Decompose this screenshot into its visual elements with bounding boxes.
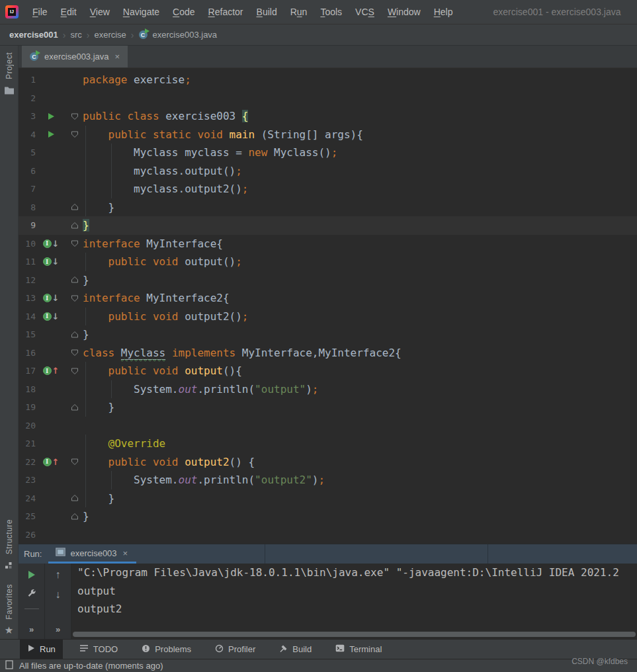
scroll-up-button[interactable]: ↑	[51, 569, 65, 581]
code-line-4[interactable]: 4 public static void main (String[] args…	[19, 126, 637, 144]
code-text[interactable]: public void output2();	[83, 308, 637, 326]
tool-window-project[interactable]: Project	[4, 52, 15, 97]
implemented-gutter-icon[interactable]: I↓	[36, 239, 66, 248]
fold-marker[interactable]	[66, 203, 83, 211]
code-text[interactable]: myclass.output();	[83, 162, 637, 181]
code-line-1[interactable]: 1package exercise;	[19, 71, 637, 89]
code-text[interactable]: public void output2() {	[83, 453, 637, 472]
settings-button[interactable]	[24, 589, 39, 601]
menu-build[interactable]: Build	[251, 4, 283, 20]
code-line-10[interactable]: 10I↓interface MyInterface{	[19, 235, 637, 253]
menu-help[interactable]: Help	[428, 4, 459, 20]
menu-file[interactable]: File	[26, 4, 54, 20]
code-text[interactable]: }	[83, 271, 637, 290]
code-line-24[interactable]: 24 }	[19, 489, 637, 508]
code-line-6[interactable]: 6 myclass.output();	[19, 162, 637, 181]
code-line-13[interactable]: 13I↓interface MyInterface2{	[19, 289, 637, 308]
menu-edit[interactable]: Edit	[55, 4, 83, 20]
code-text[interactable]: package exercise;	[83, 71, 637, 89]
fold-marker[interactable]	[66, 112, 83, 120]
menu-view[interactable]: View	[84, 4, 116, 20]
code-line-2[interactable]: 2	[19, 89, 637, 108]
rerun-button[interactable]	[24, 569, 39, 581]
fold-marker[interactable]	[66, 222, 83, 230]
horizontal-scrollbar[interactable]	[73, 632, 636, 637]
fold-marker[interactable]	[66, 294, 83, 302]
fold-marker[interactable]	[66, 130, 83, 138]
overriding-gutter-icon[interactable]: I↑	[36, 366, 66, 375]
more-options-button[interactable]: »	[51, 623, 65, 635]
menu-code[interactable]: Code	[167, 4, 200, 20]
code-line-5[interactable]: 5 Myclass myclass = new Myclass();	[19, 144, 637, 162]
code-line-12[interactable]: 12}	[19, 271, 637, 290]
fold-marker[interactable]	[66, 331, 83, 339]
menu-refactor[interactable]: Refactor	[202, 4, 249, 20]
implemented-gutter-icon[interactable]: I↓	[36, 257, 66, 266]
code-editor[interactable]: 1package exercise;23public class exercis…	[19, 68, 637, 544]
code-text[interactable]: }	[83, 198, 637, 217]
fold-marker[interactable]	[66, 239, 83, 247]
run-tab-close-icon[interactable]: ×	[122, 548, 130, 558]
code-line-23[interactable]: 23 System.out.println("output2");	[19, 471, 637, 489]
code-text[interactable]: interface MyInterface2{	[83, 289, 637, 308]
code-line-22[interactable]: 22I↑ public void output2() {	[19, 453, 637, 472]
breadcrumb-item-exercise[interactable]: exercise	[94, 30, 126, 40]
code-line-7[interactable]: 7 myclass.output2();	[19, 180, 637, 198]
code-line-9[interactable]: 9}	[19, 216, 637, 235]
tool-window-button-problems[interactable]: Problems	[134, 640, 198, 659]
code-line-8[interactable]: 8 }	[19, 198, 637, 217]
console-output[interactable]: "C:\Program Files\Java\jdk-18.0.1.1\bin\…	[71, 564, 637, 639]
run-gutter-icon[interactable]	[36, 113, 66, 120]
tab-exercise003-java[interactable]: C exercise003.java ×	[22, 46, 128, 67]
fold-marker[interactable]	[66, 513, 83, 521]
code-line-25[interactable]: 25}	[19, 507, 637, 526]
tool-window-button-todo[interactable]: TODO	[72, 640, 125, 659]
code-line-11[interactable]: 11I↓ public void output();	[19, 253, 637, 271]
code-line-15[interactable]: 15}	[19, 325, 637, 344]
code-line-19[interactable]: 19 }	[19, 398, 637, 417]
code-text[interactable]: System.out.println("output");	[83, 380, 637, 399]
code-text[interactable]: }	[83, 398, 637, 417]
menu-navigate[interactable]: Navigate	[117, 4, 165, 20]
menu-run[interactable]: Run	[284, 4, 314, 20]
code-line-16[interactable]: 16class Myclass implements MyInterface,M…	[19, 344, 637, 362]
code-text[interactable]: }	[83, 216, 637, 235]
code-text[interactable]: public void output();	[83, 253, 637, 271]
overriding-gutter-icon[interactable]: I↑	[36, 458, 66, 466]
fold-marker[interactable]	[66, 349, 83, 357]
breadcrumb-file[interactable]: Cexercise003.java	[139, 30, 218, 40]
code-line-20[interactable]: 20	[19, 417, 637, 435]
menu-tools[interactable]: Tools	[314, 4, 348, 20]
code-text[interactable]: public static void main (String[] args){	[83, 126, 637, 144]
breadcrumb-project[interactable]: exercise001	[9, 30, 58, 40]
menu-window[interactable]: Window	[382, 4, 427, 20]
code-text[interactable]: public void output(){	[83, 362, 637, 380]
code-text[interactable]: public class exercise003 {	[83, 107, 637, 126]
scroll-down-button[interactable]: ↓	[51, 589, 65, 601]
breadcrumb-item-src[interactable]: src	[70, 30, 81, 40]
menu-vcs[interactable]: VCS	[349, 4, 380, 20]
fold-marker[interactable]	[66, 494, 83, 502]
fold-marker[interactable]	[66, 403, 83, 411]
more-actions-button[interactable]: »	[24, 623, 39, 635]
code-text[interactable]: @Override	[83, 435, 637, 453]
fold-marker[interactable]	[66, 458, 83, 466]
fold-marker[interactable]	[66, 367, 83, 375]
tool-window-button-profiler[interactable]: Profiler	[208, 640, 263, 659]
implemented-gutter-icon[interactable]: I↓	[36, 294, 66, 302]
tab-close-icon[interactable]: ×	[114, 52, 122, 62]
code-line-18[interactable]: 18 System.out.println("output");	[19, 380, 637, 399]
code-line-26[interactable]: 26	[19, 526, 637, 544]
run-gutter-icon[interactable]	[36, 131, 66, 138]
code-text[interactable]: class Myclass implements MyInterface,MyI…	[83, 344, 637, 362]
tool-window-favorites[interactable]: Favorites ★	[5, 584, 14, 635]
implemented-gutter-icon[interactable]: I↓	[36, 312, 66, 321]
code-text[interactable]: Myclass myclass = new Myclass();	[83, 144, 637, 162]
code-text[interactable]: }	[83, 489, 637, 508]
code-line-14[interactable]: 14I↓ public void output2();	[19, 308, 637, 326]
tool-window-button-run[interactable]: Run	[20, 640, 63, 659]
fold-marker[interactable]	[66, 276, 83, 284]
code-line-17[interactable]: 17I↑ public void output(){	[19, 362, 637, 380]
tool-window-button-build[interactable]: Build	[272, 640, 319, 659]
code-line-21[interactable]: 21 @Override	[19, 435, 637, 453]
